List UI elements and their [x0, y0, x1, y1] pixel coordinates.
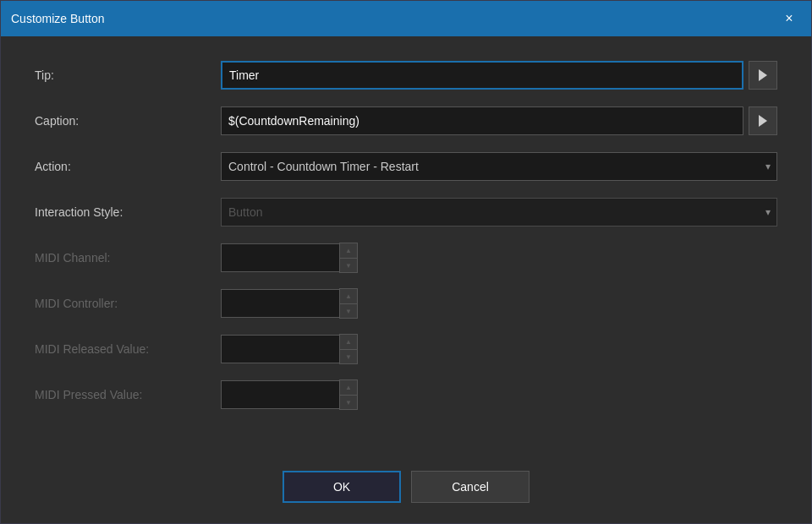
midi-controller-down-button[interactable]: ▼ [340, 303, 357, 318]
action-row: Action: Control - Countdown Timer - Rest… [35, 151, 777, 182]
midi-controller-row: MIDI Controller: ▲ ▼ [35, 288, 777, 319]
action-select-wrapper: Control - Countdown Timer - Restart ▾ [221, 152, 777, 181]
caption-play-button[interactable] [749, 106, 777, 135]
midi-pressed-spinner-buttons: ▲ ▼ [339, 379, 358, 410]
cancel-button[interactable]: Cancel [411, 471, 529, 503]
midi-controller-spinner-wrapper: ▲ ▼ [221, 288, 358, 319]
midi-pressed-label: MIDI Pressed Value: [35, 388, 221, 401]
midi-channel-spinner-buttons: ▲ ▼ [339, 243, 358, 273]
midi-released-input[interactable] [221, 335, 339, 363]
action-select[interactable]: Control - Countdown Timer - Restart [221, 152, 777, 181]
tip-input[interactable] [221, 61, 743, 90]
dialog-overlay: Customize Button × Tip: Caption: [0, 0, 812, 524]
midi-channel-down-button[interactable]: ▼ [340, 258, 357, 272]
midi-channel-label: MIDI Channel: [35, 251, 221, 265]
midi-released-down-button[interactable]: ▼ [340, 349, 357, 363]
dialog-content: Tip: Caption: [1, 36, 811, 457]
customize-button-dialog: Customize Button × Tip: Caption: [0, 0, 812, 524]
tip-label: Tip: [35, 68, 221, 82]
interaction-style-select-wrapper: Button ▾ [221, 198, 777, 227]
action-label: Action: [35, 160, 221, 173]
ok-button[interactable]: OK [283, 471, 401, 503]
midi-channel-up-button[interactable]: ▲ [340, 243, 357, 258]
midi-channel-spinner-wrapper: ▲ ▼ [221, 243, 358, 273]
midi-released-spinner-wrapper: ▲ ▼ [221, 334, 358, 364]
title-bar: Customize Button × [1, 1, 811, 36]
close-button[interactable]: × [777, 7, 801, 30]
tip-input-wrapper [221, 61, 777, 90]
midi-released-up-button[interactable]: ▲ [340, 335, 357, 349]
midi-pressed-row: MIDI Pressed Value: ▲ ▼ [35, 379, 777, 410]
midi-pressed-spinner-wrapper: ▲ ▼ [221, 379, 358, 410]
midi-pressed-down-button[interactable]: ▼ [340, 395, 357, 409]
caption-input-wrapper [221, 106, 777, 135]
tip-play-icon [759, 69, 767, 81]
midi-controller-spinner-buttons: ▲ ▼ [339, 288, 358, 319]
midi-released-spinner-buttons: ▲ ▼ [339, 334, 358, 364]
tip-row: Tip: [35, 60, 777, 90]
midi-controller-up-button[interactable]: ▲ [340, 289, 357, 303]
midi-controller-input[interactable] [221, 289, 339, 318]
caption-play-icon [759, 115, 767, 127]
dialog-footer: OK Cancel [1, 457, 811, 523]
midi-pressed-up-button[interactable]: ▲ [340, 380, 357, 395]
midi-channel-row: MIDI Channel: ▲ ▼ [35, 243, 777, 273]
midi-released-label: MIDI Released Value: [35, 342, 221, 356]
interaction-style-select[interactable]: Button [221, 198, 777, 227]
midi-released-row: MIDI Released Value: ▲ ▼ [35, 334, 777, 364]
interaction-style-label: Interaction Style: [35, 205, 221, 219]
midi-pressed-input[interactable] [221, 380, 339, 409]
caption-label: Caption: [35, 114, 221, 128]
caption-input[interactable] [221, 106, 743, 135]
caption-row: Caption: [35, 106, 777, 136]
dialog-title: Customize Button [11, 12, 105, 25]
midi-channel-input[interactable] [221, 243, 339, 272]
interaction-style-row: Interaction Style: Button ▾ [35, 197, 777, 227]
tip-play-button[interactable] [749, 61, 777, 90]
midi-controller-label: MIDI Controller: [35, 297, 221, 310]
